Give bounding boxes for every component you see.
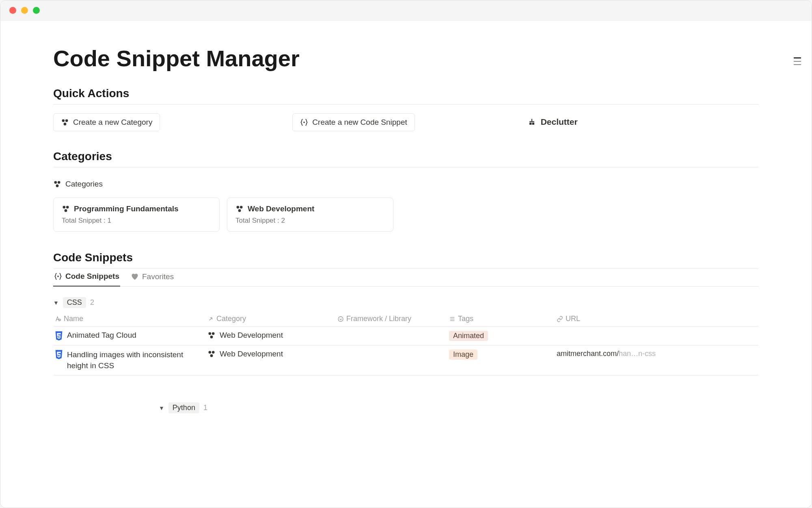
snippet-tabs: Code Snippets Favorites (53, 269, 759, 287)
svg-point-25 (209, 351, 212, 354)
svg-point-10 (56, 185, 59, 187)
group-header-python[interactable]: ▼ Python 1 (159, 400, 759, 416)
relation-icon (207, 316, 214, 322)
category-card-title: Programming Fundamentals (74, 204, 179, 213)
svg-point-2 (64, 123, 67, 126)
group-chip-css: CSS (63, 297, 86, 308)
category-icon (235, 205, 244, 213)
tab-code-snippets-label: Code Snippets (65, 272, 119, 281)
window-maximize-button[interactable] (33, 7, 40, 14)
category-icon (53, 180, 61, 188)
tab-favorites-label: Favorites (142, 272, 174, 281)
svg-point-15 (240, 206, 243, 209)
row-url[interactable]: amitmerchant.com/han…n-css (557, 350, 670, 358)
window-close-button[interactable] (9, 7, 16, 14)
categories-tab-label: Categories (65, 180, 103, 189)
svg-point-27 (210, 354, 213, 357)
create-snippet-button[interactable]: Create a new Code Snippet (292, 113, 415, 131)
multiselect-icon (449, 316, 456, 322)
svg-point-18 (338, 317, 343, 321)
code-snippets-heading: Code Snippets (53, 251, 759, 264)
heart-icon (131, 273, 139, 281)
category-icon (61, 118, 69, 126)
css3-icon (55, 331, 63, 341)
row-category: Web Development (220, 350, 283, 358)
row-category: Web Development (220, 331, 283, 340)
svg-point-22 (209, 332, 212, 335)
column-tags-label: Tags (458, 315, 473, 323)
app-window: Code Snippet Manager Quick Actions Creat… (0, 0, 812, 508)
svg-point-26 (212, 351, 215, 354)
traffic-lights (9, 7, 40, 14)
window-minimize-button[interactable] (21, 7, 28, 14)
category-card-subtitle: Total Snippet : 2 (235, 217, 385, 225)
svg-rect-7 (532, 123, 533, 124)
table-row[interactable]: Handling images with inconsistent height… (53, 345, 759, 376)
tab-favorites[interactable]: Favorites (130, 269, 175, 286)
divider (53, 104, 759, 104)
svg-point-14 (237, 206, 240, 209)
category-icon (62, 205, 70, 213)
declutter-icon (528, 118, 536, 126)
css3-icon (55, 350, 63, 360)
svg-point-0 (62, 119, 65, 122)
svg-point-1 (65, 119, 68, 122)
create-category-label: Create a new Category (73, 118, 152, 127)
svg-rect-6 (530, 123, 531, 124)
code-braces-icon (54, 272, 62, 280)
svg-point-23 (212, 332, 215, 335)
quick-actions-heading: Quick Actions (53, 87, 759, 100)
row-name: Animated Tag Cloud (67, 331, 136, 340)
table-row[interactable]: Animated Tag Cloud Web Development Anima… (53, 326, 759, 345)
page-title: Code Snippet Manager (53, 45, 759, 72)
category-card[interactable]: Programming Fundamentals Total Snippet :… (53, 198, 220, 232)
category-cards: Programming Fundamentals Total Snippet :… (53, 198, 759, 232)
category-icon (207, 350, 216, 358)
category-icon (207, 331, 216, 339)
declutter-link[interactable]: Declutter (528, 117, 578, 127)
chevron-down-icon[interactable]: ▼ (159, 405, 164, 411)
category-card[interactable]: Web Development Total Snippet : 2 (227, 198, 393, 232)
column-url-label: URL (566, 315, 580, 323)
category-card-subtitle: Total Snippet : 1 (62, 217, 211, 225)
svg-point-16 (238, 209, 241, 212)
window-titlebar (0, 0, 812, 21)
column-name-label: Name (64, 315, 83, 323)
snippets-table: Name Category Framework / Library Tags U… (53, 315, 759, 376)
select-icon (337, 316, 344, 322)
svg-point-8 (54, 181, 57, 184)
create-snippet-label: Create a new Code Snippet (312, 118, 407, 127)
link-icon (557, 316, 563, 322)
row-tag: Image (449, 350, 477, 360)
quick-actions-row: Create a new Category Create a new Code … (53, 113, 759, 131)
svg-point-24 (210, 336, 213, 339)
svg-point-11 (63, 206, 66, 209)
column-framework-label: Framework / Library (346, 315, 411, 323)
categories-tab[interactable]: Categories (53, 176, 759, 192)
svg-point-13 (65, 209, 67, 212)
svg-point-12 (66, 206, 69, 209)
text-type-icon (55, 316, 61, 322)
divider (53, 167, 759, 167)
tab-code-snippets[interactable]: Code Snippets (53, 269, 120, 287)
row-tag: Animated (449, 331, 488, 341)
svg-point-3 (304, 122, 304, 123)
category-card-title: Web Development (248, 204, 314, 213)
group-count-css: 2 (90, 298, 94, 307)
create-category-button[interactable]: Create a new Category (53, 113, 160, 131)
group-header-css[interactable]: ▼ CSS 2 (53, 295, 759, 310)
page-content: Code Snippet Manager Quick Actions Creat… (0, 21, 812, 508)
code-braces-icon (300, 118, 308, 126)
group-chip-python: Python (168, 402, 199, 413)
chevron-down-icon[interactable]: ▼ (53, 300, 59, 306)
table-header: Name Category Framework / Library Tags U… (53, 315, 759, 326)
svg-point-9 (58, 181, 60, 184)
row-name: Handling images with inconsistent height… (67, 350, 203, 371)
group-count-python: 1 (203, 404, 207, 412)
column-category-label: Category (216, 315, 246, 323)
svg-point-17 (58, 276, 58, 277)
declutter-label: Declutter (541, 117, 578, 127)
categories-heading: Categories (53, 150, 759, 163)
